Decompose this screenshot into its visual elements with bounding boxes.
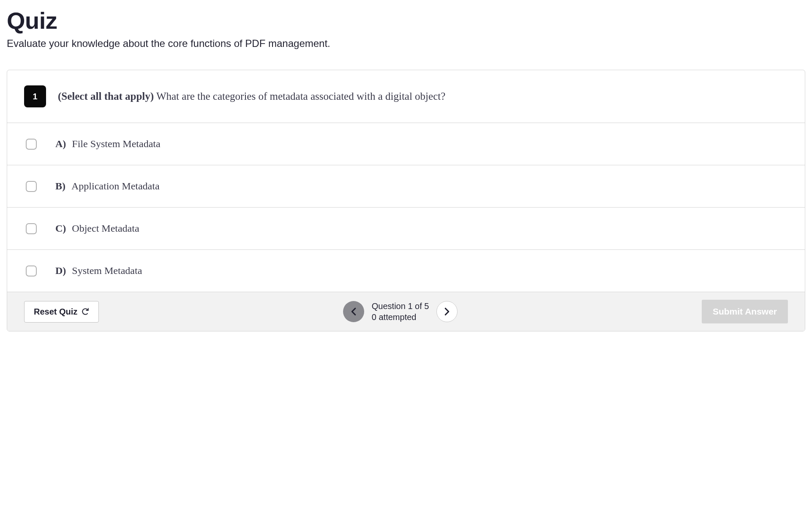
option-text: Application Metadata (71, 181, 160, 192)
option-letter: C) (55, 223, 66, 234)
page-title: Quiz (7, 7, 805, 34)
option-letter: D) (55, 265, 66, 276)
option-text: System Metadata (72, 265, 142, 276)
option-label: B) Application Metadata (55, 181, 160, 192)
option-text: File System Metadata (72, 138, 160, 150)
reset-button-label: Reset Quiz (34, 307, 77, 317)
pagination: Question 1 of 5 0 attempted (343, 301, 458, 323)
option-row[interactable]: A) File System Metadata (7, 123, 805, 165)
quiz-card: 1 (Select all that apply) What are the c… (7, 70, 805, 331)
question-text: (Select all that apply) What are the cat… (58, 90, 445, 102)
next-question-button[interactable] (436, 301, 458, 322)
question-prefix: (Select all that apply) (58, 90, 154, 102)
page-subtitle: Evaluate your knowledge about the core f… (7, 38, 805, 49)
pagination-status: Question 1 of 5 0 attempted (372, 301, 429, 323)
checkbox-icon[interactable] (26, 181, 37, 192)
quiz-footer: Reset Quiz Question 1 of 5 0 attempted (7, 292, 805, 331)
chevron-right-icon (444, 307, 450, 316)
options-list: A) File System Metadata B) Application M… (7, 123, 805, 292)
checkbox-icon[interactable] (26, 139, 37, 150)
option-label: A) File System Metadata (55, 138, 161, 150)
checkbox-icon[interactable] (26, 223, 37, 234)
reset-quiz-button[interactable]: Reset Quiz (24, 301, 99, 323)
submit-answer-button[interactable]: Submit Answer (702, 300, 788, 323)
option-row[interactable]: B) Application Metadata (7, 165, 805, 208)
question-number-badge: 1 (24, 85, 46, 107)
option-text: Object Metadata (72, 223, 139, 234)
refresh-icon (82, 308, 89, 315)
checkbox-icon[interactable] (26, 266, 37, 276)
question-body: What are the categories of metadata asso… (156, 90, 445, 102)
pagination-line1: Question 1 of 5 (372, 301, 429, 312)
pagination-line2: 0 attempted (372, 312, 429, 323)
chevron-left-icon (351, 307, 357, 316)
option-letter: A) (55, 138, 66, 150)
question-header: 1 (Select all that apply) What are the c… (7, 70, 805, 123)
option-row[interactable]: D) System Metadata (7, 250, 805, 292)
option-letter: B) (55, 181, 65, 192)
prev-question-button[interactable] (343, 301, 364, 322)
option-label: D) System Metadata (55, 265, 142, 276)
option-row[interactable]: C) Object Metadata (7, 208, 805, 250)
option-label: C) Object Metadata (55, 223, 139, 234)
